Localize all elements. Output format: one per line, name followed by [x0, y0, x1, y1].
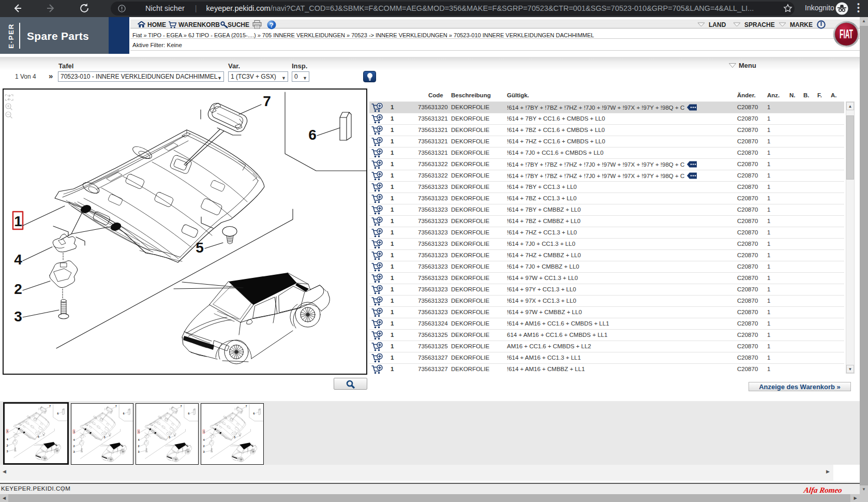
svg-text:?: ?	[270, 22, 273, 29]
svg-text:FIAT: FIAT	[840, 27, 853, 40]
